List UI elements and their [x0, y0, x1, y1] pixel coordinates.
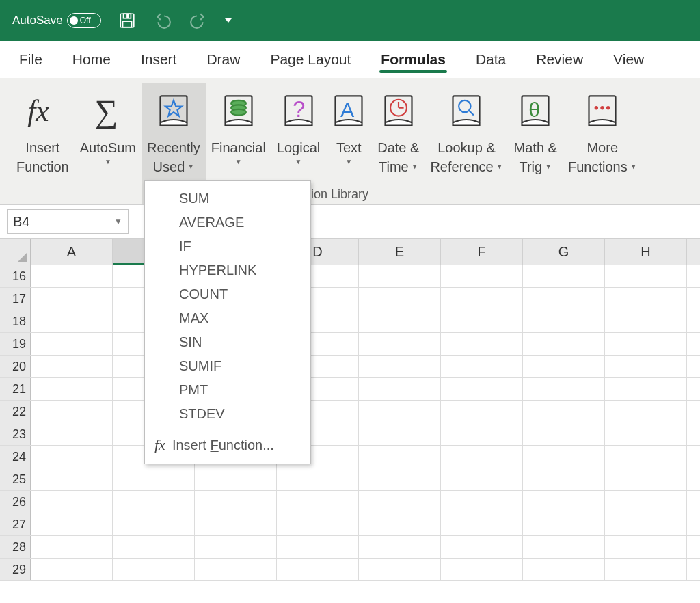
cell[interactable]	[605, 333, 687, 355]
tab-data[interactable]: Data	[476, 44, 506, 75]
tab-review[interactable]: Review	[536, 44, 583, 75]
cell[interactable]	[31, 310, 113, 332]
cell[interactable]	[113, 468, 195, 490]
cell[interactable]	[359, 265, 441, 287]
cell[interactable]	[359, 468, 441, 490]
dropdown-item[interactable]: COUNT	[145, 282, 310, 306]
tab-file[interactable]: File	[19, 44, 42, 75]
cell[interactable]	[605, 310, 687, 332]
cell[interactable]	[523, 401, 605, 423]
cell[interactable]	[113, 491, 195, 513]
cell[interactable]	[523, 310, 605, 332]
cell[interactable]	[31, 513, 113, 535]
tab-home[interactable]: Home	[72, 44, 111, 75]
row-header[interactable]: 22	[0, 401, 31, 423]
cell[interactable]	[523, 423, 605, 445]
cell[interactable]	[523, 468, 605, 490]
cell[interactable]	[359, 310, 441, 332]
cell[interactable]	[441, 423, 523, 445]
cell[interactable]	[441, 378, 523, 400]
cell[interactable]	[31, 446, 113, 468]
cell[interactable]	[359, 288, 441, 310]
chevron-down-icon[interactable]: ▼	[114, 217, 122, 226]
cell[interactable]	[523, 356, 605, 377]
cell[interactable]	[31, 468, 113, 490]
dropdown-item[interactable]: SUMIF	[145, 354, 310, 378]
cell[interactable]	[195, 468, 277, 490]
cell[interactable]	[441, 536, 523, 558]
row-header[interactable]: 28	[0, 536, 31, 558]
cell[interactable]	[441, 446, 523, 468]
cell[interactable]	[605, 536, 687, 558]
column-header[interactable]: E	[359, 239, 441, 265]
dropdown-item[interactable]: MAX	[145, 306, 310, 330]
more-functions-button[interactable]: More Functions▼	[563, 83, 643, 204]
tab-formulas[interactable]: Formulas	[381, 44, 446, 75]
cell[interactable]	[31, 559, 113, 580]
autosave-toggle[interactable]: AutoSave Off	[12, 13, 101, 28]
cell[interactable]	[195, 536, 277, 558]
cell[interactable]	[195, 491, 277, 513]
lookup-reference-button[interactable]: Lookup & Reference▼	[425, 83, 508, 204]
select-all-corner[interactable]	[0, 239, 31, 265]
cell[interactable]	[523, 378, 605, 400]
cell[interactable]	[31, 288, 113, 310]
cell[interactable]	[31, 333, 113, 355]
column-header[interactable]: G	[523, 239, 605, 265]
dropdown-item[interactable]: PMT	[145, 378, 310, 402]
cell[interactable]	[113, 513, 195, 535]
cell[interactable]	[441, 310, 523, 332]
redo-icon[interactable]	[189, 11, 208, 30]
cell[interactable]	[523, 446, 605, 468]
cell[interactable]	[195, 513, 277, 535]
cell[interactable]	[605, 401, 687, 423]
cell[interactable]	[523, 333, 605, 355]
cell[interactable]	[277, 468, 359, 490]
cell[interactable]	[277, 536, 359, 558]
cell[interactable]	[359, 356, 441, 377]
cell[interactable]	[523, 513, 605, 535]
cell[interactable]	[523, 491, 605, 513]
cell[interactable]	[441, 333, 523, 355]
cell[interactable]	[441, 559, 523, 580]
cell[interactable]	[195, 559, 277, 580]
cell[interactable]	[605, 288, 687, 310]
autosum-button[interactable]: ∑ AutoSum ▼	[75, 83, 142, 204]
cell[interactable]	[441, 265, 523, 287]
cell[interactable]	[277, 559, 359, 580]
cell[interactable]	[523, 288, 605, 310]
cell[interactable]	[31, 356, 113, 377]
row-header[interactable]: 29	[0, 559, 31, 580]
cell[interactable]	[359, 513, 441, 535]
cell[interactable]	[605, 446, 687, 468]
cell[interactable]	[277, 513, 359, 535]
cell[interactable]	[359, 559, 441, 580]
undo-icon[interactable]	[153, 11, 172, 30]
dropdown-item[interactable]: STDEV	[145, 402, 310, 426]
row-header[interactable]: 26	[0, 491, 31, 513]
cell[interactable]	[523, 265, 605, 287]
dropdown-item[interactable]: SIN	[145, 330, 310, 354]
cell[interactable]	[441, 513, 523, 535]
cell[interactable]	[31, 378, 113, 400]
cell[interactable]	[605, 513, 687, 535]
cell[interactable]	[359, 491, 441, 513]
cell[interactable]	[359, 401, 441, 423]
tab-draw[interactable]: Draw	[206, 44, 240, 75]
row-header[interactable]: 24	[0, 446, 31, 468]
date-time-button[interactable]: Date & Time▼	[372, 83, 425, 204]
row-header[interactable]: 25	[0, 468, 31, 490]
row-header[interactable]: 23	[0, 423, 31, 445]
cell[interactable]	[113, 559, 195, 580]
row-header[interactable]: 16	[0, 265, 31, 287]
cell[interactable]	[605, 491, 687, 513]
cell[interactable]	[605, 559, 687, 580]
cell[interactable]	[441, 288, 523, 310]
cell[interactable]	[523, 536, 605, 558]
tab-view[interactable]: View	[613, 44, 644, 75]
cell[interactable]	[31, 491, 113, 513]
math-trig-button[interactable]: θ Math & Trig▼	[509, 83, 563, 204]
cell[interactable]	[31, 265, 113, 287]
tab-page-layout[interactable]: Page Layout	[270, 44, 351, 75]
cell[interactable]	[359, 378, 441, 400]
